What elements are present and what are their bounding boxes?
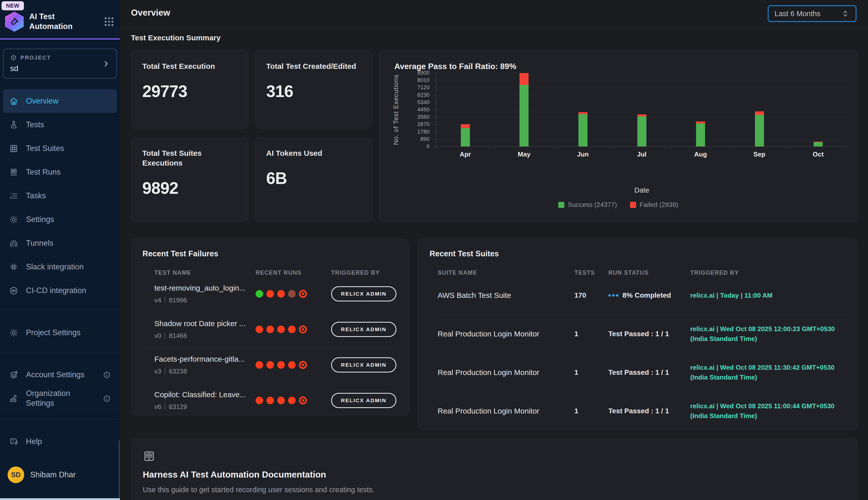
sidebar-item-tasks[interactable]: Tasks xyxy=(3,184,117,208)
run-status-dot-red[interactable] xyxy=(277,290,285,298)
org-gear-icon xyxy=(9,394,19,403)
triggered-by-cell: RELICX ADMIN xyxy=(331,322,398,337)
run-status-dot-red[interactable] xyxy=(288,361,296,369)
run-status-dot-red[interactable] xyxy=(256,361,263,369)
recent-runs-cell xyxy=(256,361,331,369)
test-suite-row[interactable]: Real Production Login Monitor1Test Passe… xyxy=(438,392,846,430)
sidebar-item-organization-settings[interactable]: Organization Settings xyxy=(3,387,117,410)
sidebar-item-label: Organization Settings xyxy=(26,389,89,408)
bar-failed-jun[interactable] xyxy=(578,112,587,114)
stat-card-value: 9892 xyxy=(142,179,237,197)
bar-failed-aug[interactable] xyxy=(696,122,705,124)
time-range-select[interactable]: Last 6 Months xyxy=(768,5,856,22)
sidebar-nav-project: Project Settings xyxy=(0,321,120,344)
y-tick-label: 6230 xyxy=(379,92,430,98)
gear-icon xyxy=(9,328,19,338)
stat-card-label: Total Test Created/Edited xyxy=(266,61,361,71)
suite-triggered-by[interactable]: relicx.ai | Wed Oct 08 2025 11:00:44 GMT… xyxy=(690,401,846,421)
suite-triggered-by[interactable]: relicx.ai | Today | 11:00 AM xyxy=(690,291,846,300)
bar-success-jul[interactable] xyxy=(637,116,646,146)
run-status-dot-red[interactable] xyxy=(277,326,285,333)
run-status-dot-red[interactable] xyxy=(288,397,296,404)
test-run-id: 63238 xyxy=(169,367,187,375)
run-status-dot-ring[interactable] xyxy=(299,361,307,369)
test-run-id: 63129 xyxy=(169,403,187,411)
bar-failed-oct[interactable] xyxy=(813,141,823,142)
bar-success-aug[interactable] xyxy=(696,124,705,146)
test-suite-row[interactable]: Real Production Login Monitor1Test Passe… xyxy=(438,353,846,392)
bar-success-sep[interactable] xyxy=(755,115,764,146)
sidebar-item-settings[interactable]: Settings xyxy=(3,208,117,231)
run-status-dot-red[interactable] xyxy=(267,361,274,369)
triggered-by-button[interactable]: RELICX ADMIN xyxy=(331,393,396,408)
test-run-id: 81996 xyxy=(169,296,187,304)
test-failure-row[interactable]: test-removing_auto_login...v481996RELICX… xyxy=(142,276,398,312)
sidebar-item-tunnels[interactable]: Tunnels xyxy=(3,231,117,255)
suite-triggered-by[interactable]: relicx.ai | Wed Oct 08 2025 12:00:23 GMT… xyxy=(690,324,846,344)
test-failure-row[interactable]: Facets-performance-gitla...v363238RELICX… xyxy=(142,347,398,383)
test-version: v6 xyxy=(154,403,161,411)
test-failure-row[interactable]: Shadow root Date picker ...v081466RELICX… xyxy=(142,312,398,347)
legend-item-success: Success (24377) xyxy=(558,201,617,209)
triggered-by-button[interactable]: RELICX ADMIN xyxy=(331,357,396,373)
run-status-dot-red[interactable] xyxy=(267,326,274,333)
run-status-dot-red[interactable] xyxy=(256,397,263,404)
sidebar-item-test-runs[interactable]: Test Runs xyxy=(3,160,117,184)
bar-failed-sep[interactable] xyxy=(755,111,764,115)
run-status-dot-ring[interactable] xyxy=(299,396,307,405)
gear-icon xyxy=(9,215,19,224)
user-profile[interactable]: SD Shibam Dhar xyxy=(8,466,120,483)
project-selector[interactable]: PROJECT sd xyxy=(3,49,117,79)
test-suite-row[interactable]: Real Production Login Monitor1Test Passe… xyxy=(438,315,846,353)
sidebar-item-help[interactable]: Help xyxy=(3,430,117,453)
sidebar-item-test-suites[interactable]: Test Suites xyxy=(3,137,117,160)
run-status-dot-red[interactable] xyxy=(267,290,274,298)
test-failure-row[interactable]: Copilot: Classified: Leave...v663129RELI… xyxy=(142,383,398,415)
sidebar-item-slack-integration[interactable]: Slack integration xyxy=(3,255,117,279)
x-tick-label: Jul xyxy=(627,150,657,158)
sidebar-item-ci-cd-integration[interactable]: CI-CD integration xyxy=(3,279,117,303)
run-status-dot-red[interactable] xyxy=(288,326,296,333)
recent-runs-cell xyxy=(256,325,331,333)
test-name: Copilot: Classified: Leave... xyxy=(154,390,256,399)
sidebar-item-overview[interactable]: Overview xyxy=(3,89,117,113)
run-status-dot-red[interactable] xyxy=(277,361,285,369)
sidebar-item-label: Account Settings xyxy=(26,370,85,379)
test-suite-row[interactable]: AWS Batch Test Suite1708% Completedrelic… xyxy=(438,276,846,315)
y-tick-label: 4450 xyxy=(379,106,430,113)
apps-grid-icon[interactable] xyxy=(103,16,115,27)
run-status-dot-green[interactable] xyxy=(256,290,263,298)
sidebar-item-project-settings[interactable]: Project Settings xyxy=(3,321,117,344)
chevron-right-icon xyxy=(102,60,110,68)
info-icon[interactable] xyxy=(103,371,111,379)
stat-card-total-test-suites-executions: Total Test Suites Executions9892 xyxy=(131,137,248,222)
legend-swatch xyxy=(558,202,564,208)
triggered-by-cell: RELICX ADMIN xyxy=(331,357,398,373)
bar-failed-jul[interactable] xyxy=(637,114,646,117)
triggered-by-button[interactable]: RELICX ADMIN xyxy=(331,286,396,302)
stat-card-value: 29773 xyxy=(142,82,237,101)
bar-success-may[interactable] xyxy=(519,85,529,146)
bar-success-apr[interactable] xyxy=(461,128,470,146)
run-status-dot-ring[interactable] xyxy=(299,325,307,333)
triggered-by-button[interactable]: RELICX ADMIN xyxy=(331,322,396,337)
sidebar-scrollbar-horizontal[interactable] xyxy=(0,498,120,500)
suite-triggered-by[interactable]: relicx.ai | Wed Oct 08 2025 11:30:42 GMT… xyxy=(690,363,846,382)
sidebar-nav-help: Help xyxy=(0,430,120,453)
run-status-dot-ring[interactable] xyxy=(299,290,307,298)
run-status-dot-faded[interactable] xyxy=(288,290,296,298)
sidebar-item-account-settings[interactable]: Account Settings xyxy=(3,363,117,387)
info-icon[interactable] xyxy=(103,395,111,402)
run-status-dot-red[interactable] xyxy=(256,326,263,333)
bar-success-jun[interactable] xyxy=(578,114,587,146)
bar-success-oct[interactable] xyxy=(813,142,823,146)
run-status-dot-red[interactable] xyxy=(267,397,274,404)
bar-failed-apr[interactable] xyxy=(461,124,470,128)
sidebar-header: NEW AI Test Automation xyxy=(0,0,120,39)
test-meta: v663129 xyxy=(154,403,256,411)
tunnel-icon xyxy=(9,239,19,248)
sidebar-item-tests[interactable]: Tests xyxy=(3,113,117,137)
run-status-dot-red[interactable] xyxy=(277,397,285,404)
bar-failed-may[interactable] xyxy=(519,73,529,85)
failures-table-header: TEST NAMERECENT RUNSTRIGGERED BY xyxy=(142,270,398,276)
